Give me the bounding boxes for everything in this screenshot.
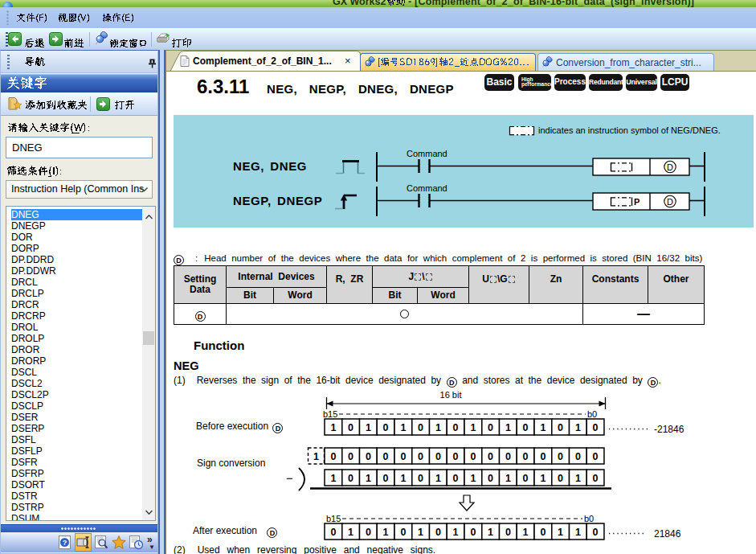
svg-text:?: ? (63, 539, 67, 547)
svg-text:0: 0 (418, 422, 423, 433)
svg-text:1: 1 (488, 527, 493, 538)
svg-text:0: 0 (505, 451, 511, 462)
svg-text:Command: Command (407, 149, 447, 158)
svg-text:0: 0 (488, 451, 493, 462)
svg-text:0: 0 (366, 527, 371, 538)
svg-text:indicates an instruction symbo: indicates an instruction symbol of NEG/D… (538, 125, 721, 135)
svg-text:1: 1 (330, 422, 336, 433)
svg-text:0: 0 (348, 473, 353, 484)
svg-text:0: 0 (593, 473, 599, 484)
svg-text:0: 0 (435, 527, 441, 538)
svg-text:0: 0 (435, 451, 441, 462)
svg-text:1: 1 (505, 422, 511, 433)
svg-text:0: 0 (488, 473, 493, 484)
svg-text:0: 0 (505, 527, 511, 538)
svg-text:0: 0 (453, 451, 459, 462)
svg-text:0: 0 (330, 451, 336, 462)
svg-text:21846: 21846 (654, 528, 681, 540)
svg-text:b15: b15 (326, 514, 341, 523)
svg-text:0: 0 (540, 527, 546, 538)
svg-text:0: 0 (488, 422, 493, 433)
svg-text:b0: b0 (587, 409, 597, 419)
svg-text:1: 1 (435, 473, 441, 484)
svg-text:0: 0 (330, 527, 336, 538)
svg-text:1: 1 (470, 422, 476, 433)
svg-text:0: 0 (593, 422, 599, 433)
svg-text:0: 0 (418, 451, 423, 462)
svg-text:0: 0 (558, 451, 563, 462)
svg-text:1: 1 (453, 527, 459, 538)
svg-text:1: 1 (366, 473, 371, 484)
svg-text:1: 1 (313, 451, 319, 462)
svg-text:1: 1 (366, 422, 371, 433)
svg-text:0: 0 (400, 527, 406, 538)
svg-text:D: D (667, 162, 673, 172)
svg-text:1: 1 (505, 473, 511, 484)
svg-text:−: − (286, 471, 293, 485)
svg-text:D: D (667, 197, 673, 207)
svg-text:1: 1 (558, 527, 563, 538)
svg-text:NEGP, DNEGP: NEGP, DNEGP (233, 194, 322, 207)
svg-text:0: 0 (523, 451, 529, 462)
svg-text:0: 0 (523, 473, 529, 484)
svg-text:b0: b0 (584, 514, 594, 523)
svg-text:1: 1 (575, 527, 581, 538)
svg-text:0: 0 (453, 473, 459, 484)
svg-text:0: 0 (366, 451, 371, 462)
svg-text:0: 0 (383, 451, 389, 462)
svg-text:0: 0 (593, 527, 599, 538)
svg-text:0: 0 (348, 451, 353, 462)
svg-text:0: 0 (470, 451, 476, 462)
svg-text:1: 1 (418, 527, 423, 538)
svg-text:0: 0 (558, 473, 563, 484)
svg-text:Command: Command (407, 183, 447, 193)
svg-text:0: 0 (523, 422, 529, 433)
svg-text:1: 1 (435, 422, 441, 433)
svg-text:P: P (634, 197, 640, 207)
svg-text:0: 0 (348, 422, 353, 433)
svg-text:0: 0 (383, 473, 389, 484)
svg-text:0: 0 (418, 473, 423, 484)
svg-text:1: 1 (575, 473, 581, 484)
svg-text:16 bit: 16 bit (440, 390, 462, 400)
svg-text:-21846: -21846 (654, 424, 684, 435)
svg-text:1: 1 (330, 473, 336, 484)
svg-text:0: 0 (383, 422, 389, 433)
svg-text:0: 0 (470, 527, 476, 538)
svg-text:0: 0 (593, 451, 599, 462)
svg-text:0: 0 (400, 451, 406, 462)
svg-text:1: 1 (540, 473, 546, 484)
svg-text:1: 1 (400, 422, 406, 433)
svg-text:0: 0 (558, 422, 563, 433)
svg-text:0: 0 (540, 451, 546, 462)
svg-text:1: 1 (348, 527, 353, 538)
svg-text:b15: b15 (323, 409, 337, 419)
svg-text:1: 1 (383, 527, 389, 538)
svg-text:0: 0 (575, 451, 581, 462)
svg-text:1: 1 (400, 473, 406, 484)
svg-text:NEG, DNEG: NEG, DNEG (233, 159, 307, 173)
svg-text:1: 1 (540, 422, 546, 433)
svg-text:1: 1 (523, 527, 529, 538)
svg-text:1: 1 (575, 422, 581, 433)
svg-text:0: 0 (453, 422, 459, 433)
svg-text:1: 1 (470, 473, 476, 484)
